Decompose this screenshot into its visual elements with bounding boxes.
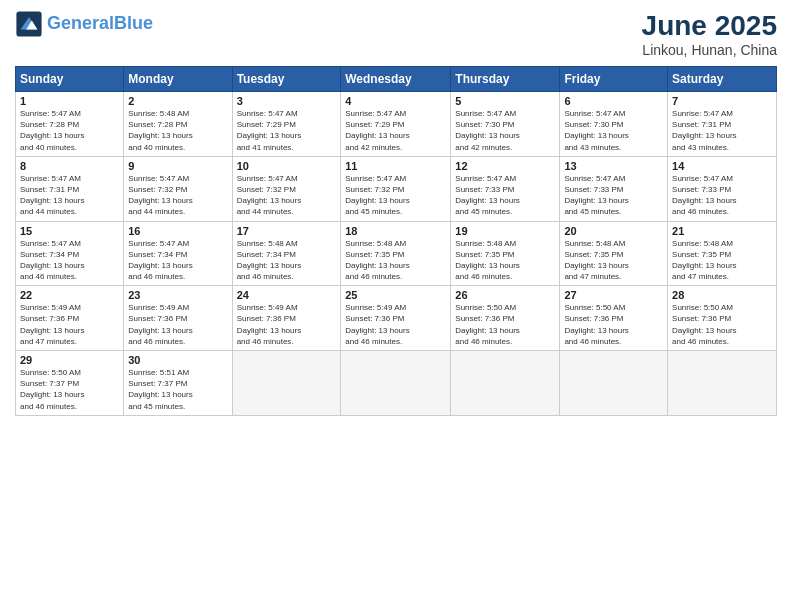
day-info: Sunrise: 5:47 AM Sunset: 7:34 PM Dayligh… <box>20 238 119 283</box>
day-number: 23 <box>128 289 227 301</box>
calendar-header-row: Sunday Monday Tuesday Wednesday Thursday… <box>16 67 777 92</box>
day-info: Sunrise: 5:47 AM Sunset: 7:29 PM Dayligh… <box>237 108 337 153</box>
calendar-cell: 14Sunrise: 5:47 AM Sunset: 7:33 PM Dayli… <box>668 156 777 221</box>
calendar-cell: 24Sunrise: 5:49 AM Sunset: 7:36 PM Dayli… <box>232 286 341 351</box>
day-info: Sunrise: 5:47 AM Sunset: 7:33 PM Dayligh… <box>564 173 663 218</box>
calendar-cell: 16Sunrise: 5:47 AM Sunset: 7:34 PM Dayli… <box>124 221 232 286</box>
day-info: Sunrise: 5:49 AM Sunset: 7:36 PM Dayligh… <box>128 302 227 347</box>
day-number: 18 <box>345 225 446 237</box>
day-info: Sunrise: 5:48 AM Sunset: 7:28 PM Dayligh… <box>128 108 227 153</box>
calendar-cell: 28Sunrise: 5:50 AM Sunset: 7:36 PM Dayli… <box>668 286 777 351</box>
calendar-cell: 22Sunrise: 5:49 AM Sunset: 7:36 PM Dayli… <box>16 286 124 351</box>
header: GeneralBlue June 2025 Linkou, Hunan, Chi… <box>15 10 777 58</box>
day-number: 17 <box>237 225 337 237</box>
calendar-cell: 26Sunrise: 5:50 AM Sunset: 7:36 PM Dayli… <box>451 286 560 351</box>
day-info: Sunrise: 5:48 AM Sunset: 7:35 PM Dayligh… <box>564 238 663 283</box>
calendar-week-row: 8Sunrise: 5:47 AM Sunset: 7:31 PM Daylig… <box>16 156 777 221</box>
calendar-cell <box>451 351 560 416</box>
calendar-cell: 25Sunrise: 5:49 AM Sunset: 7:36 PM Dayli… <box>341 286 451 351</box>
calendar-table: Sunday Monday Tuesday Wednesday Thursday… <box>15 66 777 416</box>
calendar-cell: 8Sunrise: 5:47 AM Sunset: 7:31 PM Daylig… <box>16 156 124 221</box>
day-number: 2 <box>128 95 227 107</box>
day-info: Sunrise: 5:48 AM Sunset: 7:35 PM Dayligh… <box>672 238 772 283</box>
calendar-week-row: 29Sunrise: 5:50 AM Sunset: 7:37 PM Dayli… <box>16 351 777 416</box>
day-number: 8 <box>20 160 119 172</box>
day-number: 22 <box>20 289 119 301</box>
day-number: 3 <box>237 95 337 107</box>
day-info: Sunrise: 5:47 AM Sunset: 7:29 PM Dayligh… <box>345 108 446 153</box>
calendar-cell: 2Sunrise: 5:48 AM Sunset: 7:28 PM Daylig… <box>124 92 232 157</box>
day-number: 15 <box>20 225 119 237</box>
day-info: Sunrise: 5:47 AM Sunset: 7:33 PM Dayligh… <box>455 173 555 218</box>
col-saturday: Saturday <box>668 67 777 92</box>
day-number: 25 <box>345 289 446 301</box>
day-number: 11 <box>345 160 446 172</box>
day-number: 1 <box>20 95 119 107</box>
col-friday: Friday <box>560 67 668 92</box>
day-info: Sunrise: 5:47 AM Sunset: 7:32 PM Dayligh… <box>237 173 337 218</box>
day-number: 12 <box>455 160 555 172</box>
day-info: Sunrise: 5:49 AM Sunset: 7:36 PM Dayligh… <box>345 302 446 347</box>
day-info: Sunrise: 5:49 AM Sunset: 7:36 PM Dayligh… <box>20 302 119 347</box>
calendar-cell: 7Sunrise: 5:47 AM Sunset: 7:31 PM Daylig… <box>668 92 777 157</box>
day-info: Sunrise: 5:50 AM Sunset: 7:36 PM Dayligh… <box>672 302 772 347</box>
day-info: Sunrise: 5:47 AM Sunset: 7:33 PM Dayligh… <box>672 173 772 218</box>
calendar-cell: 5Sunrise: 5:47 AM Sunset: 7:30 PM Daylig… <box>451 92 560 157</box>
calendar-cell: 23Sunrise: 5:49 AM Sunset: 7:36 PM Dayli… <box>124 286 232 351</box>
calendar-cell <box>668 351 777 416</box>
calendar-cell: 10Sunrise: 5:47 AM Sunset: 7:32 PM Dayli… <box>232 156 341 221</box>
day-info: Sunrise: 5:47 AM Sunset: 7:30 PM Dayligh… <box>455 108 555 153</box>
day-info: Sunrise: 5:48 AM Sunset: 7:35 PM Dayligh… <box>345 238 446 283</box>
day-number: 28 <box>672 289 772 301</box>
page: GeneralBlue June 2025 Linkou, Hunan, Chi… <box>0 0 792 612</box>
calendar-cell: 27Sunrise: 5:50 AM Sunset: 7:36 PM Dayli… <box>560 286 668 351</box>
day-number: 14 <box>672 160 772 172</box>
calendar-cell: 4Sunrise: 5:47 AM Sunset: 7:29 PM Daylig… <box>341 92 451 157</box>
col-tuesday: Tuesday <box>232 67 341 92</box>
day-number: 6 <box>564 95 663 107</box>
day-info: Sunrise: 5:47 AM Sunset: 7:34 PM Dayligh… <box>128 238 227 283</box>
logo-line1: General <box>47 13 114 33</box>
calendar-cell: 30Sunrise: 5:51 AM Sunset: 7:37 PM Dayli… <box>124 351 232 416</box>
day-number: 30 <box>128 354 227 366</box>
day-number: 27 <box>564 289 663 301</box>
calendar-cell: 20Sunrise: 5:48 AM Sunset: 7:35 PM Dayli… <box>560 221 668 286</box>
day-info: Sunrise: 5:47 AM Sunset: 7:32 PM Dayligh… <box>128 173 227 218</box>
calendar-cell: 13Sunrise: 5:47 AM Sunset: 7:33 PM Dayli… <box>560 156 668 221</box>
day-number: 4 <box>345 95 446 107</box>
day-info: Sunrise: 5:49 AM Sunset: 7:36 PM Dayligh… <box>237 302 337 347</box>
day-number: 19 <box>455 225 555 237</box>
title-block: June 2025 Linkou, Hunan, China <box>642 10 777 58</box>
calendar-cell: 6Sunrise: 5:47 AM Sunset: 7:30 PM Daylig… <box>560 92 668 157</box>
day-info: Sunrise: 5:51 AM Sunset: 7:37 PM Dayligh… <box>128 367 227 412</box>
calendar-cell: 19Sunrise: 5:48 AM Sunset: 7:35 PM Dayli… <box>451 221 560 286</box>
day-number: 10 <box>237 160 337 172</box>
day-number: 29 <box>20 354 119 366</box>
calendar-cell: 3Sunrise: 5:47 AM Sunset: 7:29 PM Daylig… <box>232 92 341 157</box>
logo: GeneralBlue <box>15 10 153 38</box>
col-thursday: Thursday <box>451 67 560 92</box>
calendar-cell: 1Sunrise: 5:47 AM Sunset: 7:28 PM Daylig… <box>16 92 124 157</box>
calendar-subtitle: Linkou, Hunan, China <box>642 42 777 58</box>
logo-line2: Blue <box>114 13 153 33</box>
calendar-week-row: 15Sunrise: 5:47 AM Sunset: 7:34 PM Dayli… <box>16 221 777 286</box>
day-info: Sunrise: 5:48 AM Sunset: 7:35 PM Dayligh… <box>455 238 555 283</box>
day-info: Sunrise: 5:50 AM Sunset: 7:37 PM Dayligh… <box>20 367 119 412</box>
calendar-cell: 15Sunrise: 5:47 AM Sunset: 7:34 PM Dayli… <box>16 221 124 286</box>
calendar-week-row: 1Sunrise: 5:47 AM Sunset: 7:28 PM Daylig… <box>16 92 777 157</box>
calendar-cell: 11Sunrise: 5:47 AM Sunset: 7:32 PM Dayli… <box>341 156 451 221</box>
day-number: 26 <box>455 289 555 301</box>
day-number: 9 <box>128 160 227 172</box>
day-info: Sunrise: 5:47 AM Sunset: 7:30 PM Dayligh… <box>564 108 663 153</box>
day-info: Sunrise: 5:50 AM Sunset: 7:36 PM Dayligh… <box>564 302 663 347</box>
calendar-cell: 12Sunrise: 5:47 AM Sunset: 7:33 PM Dayli… <box>451 156 560 221</box>
calendar-cell: 18Sunrise: 5:48 AM Sunset: 7:35 PM Dayli… <box>341 221 451 286</box>
col-sunday: Sunday <box>16 67 124 92</box>
logo-icon <box>15 10 43 38</box>
day-number: 5 <box>455 95 555 107</box>
day-info: Sunrise: 5:47 AM Sunset: 7:31 PM Dayligh… <box>20 173 119 218</box>
day-number: 21 <box>672 225 772 237</box>
calendar-cell: 21Sunrise: 5:48 AM Sunset: 7:35 PM Dayli… <box>668 221 777 286</box>
calendar-cell <box>232 351 341 416</box>
calendar-cell: 29Sunrise: 5:50 AM Sunset: 7:37 PM Dayli… <box>16 351 124 416</box>
